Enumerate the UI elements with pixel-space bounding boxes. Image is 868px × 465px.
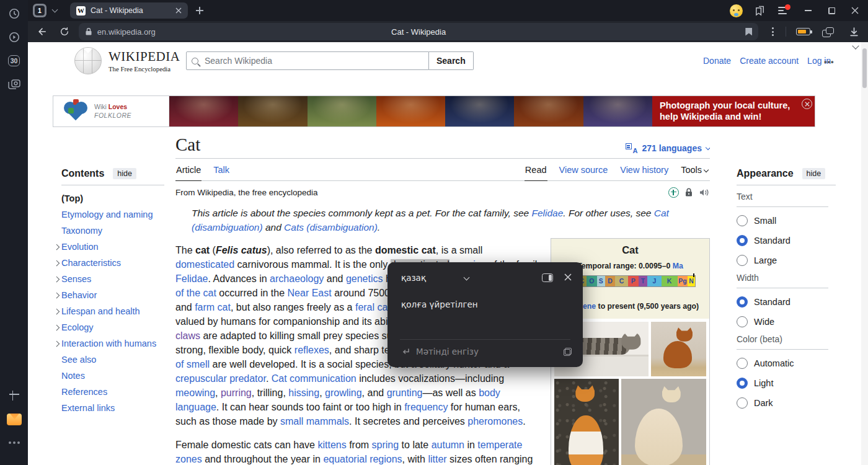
- radio-icon[interactable]: [737, 358, 748, 369]
- wiki-link[interactable]: Felidae: [531, 208, 563, 218]
- wiki-link[interactable]: domesticated: [175, 259, 234, 270]
- banner-message-panel[interactable]: Photograph your local culture, help Wiki…: [652, 96, 815, 126]
- toc-item-see-also[interactable]: See also: [53, 352, 164, 368]
- wikipedia-wordmark[interactable]: WIKIPEDIA The Free Encyclopedia: [108, 50, 180, 73]
- wiki-link[interactable]: hissing: [288, 388, 319, 398]
- wiki-link[interactable]: equatorial regions: [323, 454, 402, 464]
- new-tab-plus-icon[interactable]: [192, 2, 208, 19]
- toc-item-etymology-and-naming[interactable]: Etymology and naming: [53, 206, 164, 223]
- wiki-link[interactable]: meowing: [175, 388, 215, 398]
- screenshot-camera-icon[interactable]: [7, 77, 22, 92]
- appearance-hide-button[interactable]: hide: [802, 168, 826, 179]
- toc-item-evolution[interactable]: Evolution: [53, 239, 164, 255]
- minimize-button[interactable]: [800, 2, 816, 19]
- wiki-link[interactable]: spring: [372, 440, 399, 450]
- page-collapse-chevron-icon[interactable]: [853, 43, 858, 48]
- good-article-icon[interactable]: [668, 187, 679, 198]
- radio-icon[interactable]: [737, 316, 748, 327]
- wiki-link[interactable]: crepuscular: [175, 373, 227, 384]
- chevron-right-icon[interactable]: [53, 335, 61, 352]
- listen-audio-icon[interactable]: [699, 188, 710, 197]
- radio-option-color-beta-light[interactable]: Light: [737, 377, 836, 389]
- chevron-right-icon[interactable]: [53, 319, 61, 335]
- radio-icon[interactable]: [737, 296, 748, 308]
- radio-option-color-beta-dark[interactable]: Dark: [737, 397, 836, 409]
- workspace-mail-icon[interactable]: [7, 412, 22, 427]
- toc-item-top[interactable]: (Top): [53, 190, 164, 206]
- page-protected-lock-icon[interactable]: [684, 187, 693, 197]
- donate-link[interactable]: Donate: [703, 56, 731, 66]
- toc-item-senses[interactable]: Senses: [53, 271, 164, 287]
- search-button[interactable]: Search: [429, 51, 474, 70]
- chevron-right-icon[interactable]: [53, 271, 61, 287]
- toc-item-characteristics[interactable]: Characteristics: [53, 255, 164, 271]
- wiki-link[interactable]: predator: [229, 373, 266, 384]
- wiki-link[interactable]: claws: [175, 330, 200, 341]
- reload-icon[interactable]: [56, 24, 73, 40]
- radio-option-text-small[interactable]: Small: [737, 215, 836, 227]
- tab-talk[interactable]: Talk: [213, 160, 230, 180]
- siamese-cat-photo[interactable]: [621, 379, 706, 465]
- tab-view-history[interactable]: View history: [619, 160, 669, 180]
- radio-icon[interactable]: [737, 255, 748, 266]
- toc-item-interaction-with-humans[interactable]: Interaction with humans: [53, 335, 164, 352]
- radio-icon[interactable]: [737, 235, 748, 246]
- wiki-link[interactable]: grunting: [387, 388, 423, 398]
- bookmarks-icon[interactable]: [751, 2, 768, 19]
- wiki-link[interactable]: Cat communication: [272, 373, 356, 384]
- tab-group-chevron-icon[interactable]: [46, 2, 63, 19]
- wiki-link[interactable]: growling: [325, 388, 362, 398]
- radio-icon[interactable]: [737, 378, 748, 389]
- wikipedia-globe-logo[interactable]: [74, 47, 102, 74]
- wiki-link[interactable]: farm cat: [195, 302, 231, 312]
- wiki-link[interactable]: Cats (disambiguation): [284, 222, 378, 232]
- rail-more-icon[interactable]: [7, 435, 22, 450]
- tab-group-badge[interactable]: 1: [33, 4, 46, 17]
- profile-avatar[interactable]: [728, 2, 744, 19]
- menu-icon[interactable]: [775, 2, 791, 19]
- toc-item-taxonomy[interactable]: Taxonomy: [53, 223, 164, 239]
- wiki-link[interactable]: archaeology: [270, 273, 324, 284]
- radio-option-width-standard[interactable]: Standard: [737, 296, 836, 308]
- wiki-link[interactable]: Felidae: [175, 273, 208, 284]
- wiki-link[interactable]: small mammals: [280, 416, 349, 427]
- radio-option-text-standard[interactable]: Standard: [737, 234, 836, 247]
- new-workspace-plus-icon[interactable]: [7, 388, 22, 403]
- chevron-right-icon[interactable]: [53, 239, 61, 255]
- toc-item-external-links[interactable]: External links: [53, 400, 164, 416]
- search-input[interactable]: [203, 55, 428, 66]
- toc-hide-button[interactable]: hide: [113, 168, 136, 179]
- languages-button[interactable]: A 271 languages: [626, 143, 711, 153]
- toc-item-ecology[interactable]: Ecology: [53, 319, 164, 335]
- ruddy-cat-photo[interactable]: [651, 322, 706, 376]
- tab-counter-badge[interactable]: 30: [7, 53, 22, 68]
- toc-item-lifespan-and-health[interactable]: Lifespan and health: [53, 303, 164, 319]
- user-menu-ellipsis[interactable]: •••: [824, 57, 835, 66]
- toc-item-behavior[interactable]: Behavior: [53, 287, 164, 303]
- page-actions-kebab-icon[interactable]: [764, 24, 781, 40]
- radio-option-width-wide[interactable]: Wide: [737, 316, 836, 328]
- radio-option-text-large[interactable]: Large: [737, 254, 836, 267]
- back-icon[interactable]: [34, 24, 50, 40]
- wiki-link[interactable]: genetics: [346, 273, 383, 284]
- bookmark-page-icon[interactable]: [745, 28, 752, 36]
- toc-item-notes[interactable]: Notes: [53, 368, 164, 384]
- radio-icon[interactable]: [737, 397, 748, 409]
- active-tab[interactable]: W Cat - Wikipedia: [70, 2, 188, 19]
- tab-tools[interactable]: Tools: [680, 160, 709, 180]
- tab-close-icon[interactable]: [175, 7, 182, 14]
- wiki-link[interactable]: litter: [428, 454, 446, 464]
- close-button[interactable]: [847, 2, 863, 19]
- wiki-link[interactable]: frequency: [404, 402, 448, 412]
- tab-read[interactable]: Read: [525, 160, 547, 181]
- tab-article[interactable]: Article: [175, 160, 202, 181]
- target-language-selector[interactable]: қазақ: [401, 273, 426, 283]
- chevron-down-icon[interactable]: [464, 275, 470, 281]
- restore-button[interactable]: [823, 2, 839, 19]
- create-account-link[interactable]: Create account: [740, 56, 799, 66]
- wiki-loves-folklore-banner[interactable]: Wiki Loves FOLKLORE Photograph your loca…: [53, 95, 815, 127]
- media-play-icon[interactable]: [7, 30, 22, 45]
- wiki-link[interactable]: Near East: [288, 288, 332, 298]
- wiki-link[interactable]: feral cat: [355, 302, 391, 312]
- wiki-link[interactable]: pheromones: [467, 416, 523, 427]
